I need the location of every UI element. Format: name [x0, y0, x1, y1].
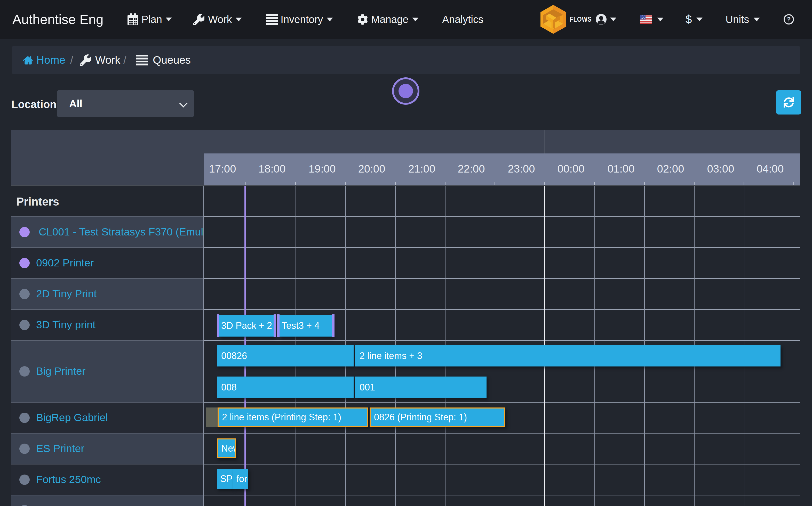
svg-text:?: ? [787, 16, 791, 23]
